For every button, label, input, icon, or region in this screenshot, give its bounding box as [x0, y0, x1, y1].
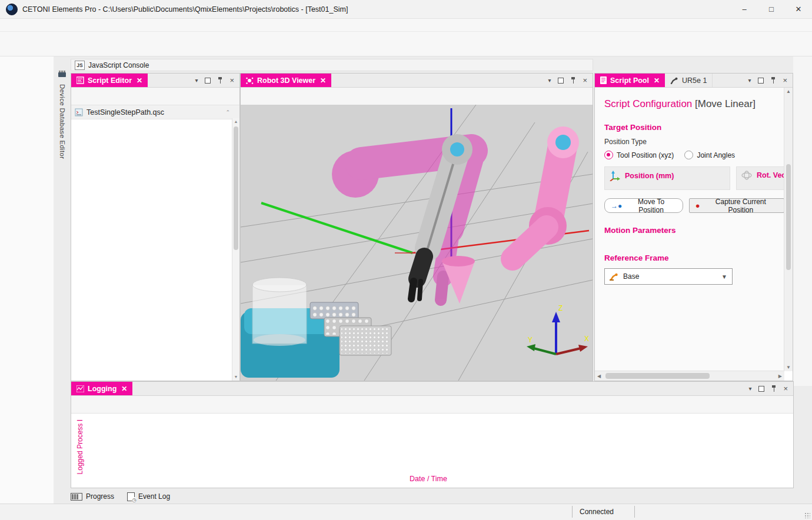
- dock-menu-icon[interactable]: ▾: [195, 77, 198, 84]
- script-editor-toolbar: [71, 88, 239, 105]
- rotation-group: Rot. Vector: [736, 166, 784, 190]
- scroll-down-icon[interactable]: ▼: [786, 365, 791, 370]
- motion-parameters-heading: Motion Parameters: [604, 226, 784, 235]
- scroll-right-icon[interactable]: ▶: [778, 374, 782, 379]
- radio-dot[interactable]: [604, 151, 613, 159]
- javascript-console-bar[interactable]: JS JavaScript Console: [71, 59, 593, 71]
- close-icon[interactable]: ✕: [320, 76, 326, 85]
- float-icon[interactable]: [758, 386, 764, 392]
- close-panel-icon[interactable]: ×: [783, 384, 788, 393]
- tab-ur5e-1[interactable]: UR5e 1: [665, 74, 713, 87]
- float-icon[interactable]: [558, 78, 564, 84]
- close-button[interactable]: ✕: [785, 0, 812, 19]
- js-icon: JS: [75, 61, 85, 70]
- maximize-button[interactable]: □: [758, 0, 785, 19]
- base-robot-icon: [610, 273, 618, 281]
- script-editor-scrollbar[interactable]: ▲ ▼: [232, 118, 239, 381]
- pin-icon[interactable]: [218, 77, 222, 84]
- page-title: Script Configuration [Move Linear]: [604, 98, 784, 110]
- radio-joint-angles[interactable]: Joint Angles: [684, 151, 735, 159]
- beaker: [252, 278, 307, 346]
- robot-3d-viewer-panel: Robot 3D Viewer ✕ ▾ ×: [240, 73, 593, 381]
- event-log-icon: [127, 492, 135, 501]
- float-icon[interactable]: [758, 78, 764, 84]
- left-sidebar: [0, 56, 54, 504]
- xyz-axes-icon: [610, 171, 620, 181]
- javascript-console-label: JavaScript Console: [88, 61, 149, 69]
- script-editor-tab-icon: [76, 76, 84, 84]
- close-panel-icon[interactable]: ×: [229, 76, 234, 85]
- tab-script-pool[interactable]: Script Pool ✕: [595, 74, 665, 87]
- dock-menu-icon[interactable]: ▾: [548, 77, 551, 84]
- gizmo-x-label: X: [584, 335, 589, 343]
- rotation-icon: [741, 171, 752, 180]
- radio-tool-position[interactable]: Tool Position (xyz): [604, 151, 674, 159]
- move-to-position-button[interactable]: →● Move To Position: [604, 198, 683, 213]
- close-panel-icon[interactable]: ×: [783, 76, 787, 85]
- pin-icon[interactable]: [771, 385, 776, 392]
- chart-legend: [71, 414, 793, 424]
- script-file-header[interactable]: TestSingleStepPath.qsc ⌃: [71, 105, 239, 119]
- tab-robot-3d-viewer[interactable]: Robot 3D Viewer ✕: [241, 74, 331, 87]
- scroll-up-icon[interactable]: ▲: [786, 89, 791, 94]
- right-vertical-tabs: [793, 56, 812, 386]
- logged-process-chart[interactable]: [89, 424, 783, 459]
- position-group: Position (mm): [604, 166, 730, 190]
- chart-y-label: Logged Process I: [76, 419, 84, 474]
- dock-menu-icon[interactable]: ▾: [748, 385, 751, 392]
- gizmo-z-label: Z: [558, 304, 563, 312]
- gizmo-y-label: Y: [528, 336, 533, 344]
- tab-script-editor[interactable]: Script Editor ✕: [71, 74, 148, 87]
- window-title: CETONI Elements Pro - C:\Users\Public\Do…: [22, 5, 348, 14]
- device-database-icon: [58, 71, 66, 79]
- close-icon[interactable]: ✕: [121, 385, 127, 393]
- main-toolbar: [0, 32, 812, 56]
- status-bar: Connected: [0, 504, 812, 520]
- sidebar-item-device-database-editor[interactable]: Device Database Editor: [59, 84, 66, 159]
- event-log-button[interactable]: Event Log: [127, 492, 170, 501]
- tab-logging[interactable]: Logging ✕: [71, 382, 132, 395]
- pin-icon[interactable]: [771, 77, 776, 84]
- resize-grip[interactable]: [804, 512, 810, 518]
- script-pool-tab-icon: [600, 76, 607, 84]
- script-step-list: [71, 118, 232, 381]
- capture-current-position-button[interactable]: ● Capture Current Position: [689, 198, 784, 213]
- close-icon[interactable]: ✕: [654, 76, 660, 85]
- chart-x-label: Date / Time: [410, 475, 447, 483]
- move-arrow-icon: →●: [611, 202, 622, 210]
- float-icon[interactable]: [205, 78, 211, 84]
- 3d-scene[interactable]: Z X Y: [241, 105, 593, 381]
- pin-icon[interactable]: [571, 77, 575, 84]
- collapse-all-icon[interactable]: ⌃: [225, 109, 230, 115]
- reference-frame-heading: Reference Frame: [604, 254, 784, 262]
- pool-horizontal-scrollbar[interactable]: ◀ ▶: [595, 371, 784, 381]
- menu-bar: [0, 19, 812, 32]
- radio-dot[interactable]: [684, 151, 693, 159]
- target-position-heading: Target Position: [604, 123, 784, 132]
- script-editor-panel: Script Editor ✕ ▾ × TestSingleStepPath.q…: [71, 73, 240, 381]
- scroll-down-icon[interactable]: ▼: [232, 374, 239, 381]
- position-type-label: Position Type: [604, 138, 784, 146]
- script-file-icon: [75, 108, 83, 116]
- progress-button[interactable]: Progress: [71, 492, 114, 501]
- record-dot-icon: ●: [695, 201, 700, 210]
- minimize-button[interactable]: –: [731, 0, 758, 19]
- connection-status: Connected: [580, 508, 614, 516]
- progress-icon: [71, 493, 82, 501]
- script-editor-header: Script Editor ✕ ▾ ×: [71, 74, 239, 88]
- close-panel-icon[interactable]: ×: [583, 76, 587, 85]
- viewer-toolbar: [241, 88, 593, 105]
- close-icon[interactable]: ✕: [137, 76, 142, 85]
- app-icon: [6, 4, 18, 15]
- logging-toolbar: [71, 396, 793, 414]
- scroll-left-icon[interactable]: ◀: [597, 374, 601, 379]
- dock-menu-icon[interactable]: ▾: [748, 77, 751, 84]
- logging-tab-icon: [76, 385, 84, 392]
- scroll-up-icon[interactable]: ▲: [232, 118, 239, 125]
- pool-vertical-scrollbar[interactable]: ▲ ▼: [784, 88, 793, 371]
- reference-frame-select[interactable]: Base ▼: [604, 268, 733, 285]
- title-bar: CETONI Elements Pro - C:\Users\Public\Do…: [0, 0, 812, 19]
- script-pool-panel: Script Pool ✕ UR5e 1 ▾ × Script Configur…: [594, 73, 793, 381]
- robot-tab-icon: [670, 77, 678, 84]
- chevron-down-icon: ▼: [721, 274, 727, 280]
